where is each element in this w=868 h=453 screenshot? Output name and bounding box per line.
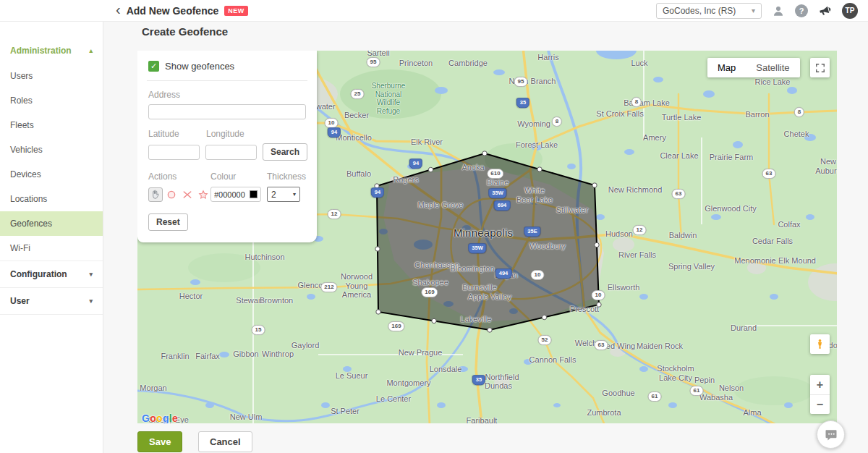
latitude-input[interactable]: [148, 145, 200, 160]
user-avatar[interactable]: TP: [842, 3, 858, 19]
help-icon[interactable]: ?: [795, 4, 808, 17]
megaphone-icon[interactable]: [817, 2, 833, 19]
road-shield: 52: [538, 335, 552, 345]
polygon-tool[interactable]: [180, 187, 195, 202]
page-title: Create Geofence: [142, 25, 228, 38]
sidebar-section-configuration[interactable]: Configuration▾: [0, 261, 103, 287]
road-shield: 35E: [524, 226, 540, 237]
sidebar-item-locations[interactable]: Locations: [0, 187, 103, 211]
road-shield: 95: [514, 77, 528, 87]
road-shield: 25: [351, 89, 365, 99]
longitude-label: Longitude: [206, 129, 264, 139]
sidebar-item-geofences[interactable]: Geofences: [0, 211, 103, 236]
map-type-control: Map Satellite: [707, 58, 800, 77]
chevron-down-icon: ▾: [293, 191, 296, 198]
pegman-icon: [814, 339, 825, 350]
road-shield: 35: [472, 375, 485, 385]
circle-icon: [166, 189, 177, 200]
road-shield: 63: [672, 189, 686, 199]
sidebar-section-user[interactable]: User▾: [0, 287, 103, 315]
road-shield: 63: [595, 340, 608, 350]
zoom-in-button[interactable]: +: [810, 375, 830, 394]
sidebar: Administration▴UsersRolesFleetsVehiclesD…: [0, 22, 103, 453]
road-shield: 12: [633, 225, 647, 235]
person-icon[interactable]: [772, 4, 785, 17]
new-badge: NEW: [224, 6, 248, 16]
fullscreen-button[interactable]: [810, 58, 830, 77]
road-shield: 212: [320, 282, 337, 292]
map-type-satellite-button[interactable]: Satellite: [746, 58, 799, 77]
zoom-out-button[interactable]: −: [810, 394, 830, 414]
road-shield: 10: [592, 290, 605, 300]
google-logo: Google: [142, 412, 178, 423]
circle-tool[interactable]: [164, 187, 179, 202]
show-geofences-label: Show geofences: [165, 61, 234, 72]
road-shield: 8: [631, 97, 642, 107]
reset-button[interactable]: Reset: [148, 213, 188, 231]
star-tool[interactable]: [196, 187, 210, 202]
chevron-down-icon: ▾: [752, 7, 755, 14]
sidebar-section-label: User: [10, 296, 30, 306]
road-shield: 10: [531, 270, 545, 280]
chevron-down-icon: ▾: [89, 271, 93, 278]
colour-input[interactable]: [214, 190, 247, 199]
sidebar-item-users[interactable]: Users: [0, 64, 103, 88]
colour-swatch[interactable]: [250, 190, 258, 198]
search-button[interactable]: Search: [263, 143, 307, 161]
road-shield: 8: [552, 117, 562, 127]
thickness-select[interactable]: 2 ▾: [267, 187, 300, 202]
longitude-input[interactable]: [205, 145, 257, 160]
road-shield: 35W: [468, 243, 486, 253]
star-icon: [197, 189, 209, 200]
thickness-value: 2: [271, 190, 276, 200]
account-selector[interactable]: GoCodes, Inc (RS) ▾: [656, 3, 762, 19]
main-content: Create Geofence: [103, 22, 868, 453]
map-canvas[interactable]: SartellPrincetonCambridgeHarrisLuckRice …: [137, 51, 837, 423]
chat-bubble-icon: [824, 428, 838, 442]
road-shield: 63: [762, 169, 776, 179]
road-shield: 12: [328, 209, 341, 219]
cancel-button[interactable]: Cancel: [198, 431, 252, 452]
geofence-panel: ✓ Show geofences Address Latitude Longit…: [137, 51, 317, 242]
road-shield: 694: [494, 200, 511, 211]
sidebar-section-label: Configuration: [10, 269, 67, 279]
road-shield: 94: [328, 127, 341, 137]
top-bar: ‹ Add New Geofence NEW GoCodes, Inc (RS)…: [0, 0, 868, 22]
sidebar-item-roles[interactable]: Roles: [0, 88, 103, 113]
road-shield: 610: [487, 169, 503, 179]
sidebar-item-fleets[interactable]: Fleets: [0, 113, 103, 137]
road-shield: 494: [495, 268, 512, 279]
hand-icon: [150, 189, 161, 200]
road-shield: 61: [648, 391, 662, 402]
pan-hand-tool[interactable]: [148, 187, 163, 202]
account-selector-value: GoCodes, Inc (RS): [663, 6, 736, 16]
road-shield: 10: [325, 118, 339, 128]
road-shield: 94: [371, 187, 384, 198]
road-shield: 169: [388, 321, 404, 331]
fullscreen-icon: [815, 63, 825, 73]
road-shield: 8: [794, 107, 804, 117]
back-icon[interactable]: ‹: [116, 2, 121, 17]
latitude-label: Latitude: [148, 129, 206, 139]
road-shield: 61: [690, 386, 704, 396]
zoom-control: + −: [810, 375, 830, 414]
sidebar-item-vehicles[interactable]: Vehicles: [0, 137, 103, 162]
chevron-down-icon: ▾: [89, 297, 93, 305]
show-geofences-checkbox[interactable]: ✓: [148, 61, 159, 72]
sidebar-item-wi-fi[interactable]: Wi-Fi: [0, 236, 103, 261]
thickness-label: Thickness: [267, 172, 306, 182]
chat-button[interactable]: [817, 420, 845, 449]
check-icon: ✓: [150, 62, 157, 71]
page-header-title: Add New Geofence: [127, 5, 219, 17]
road-shield: 169: [421, 287, 438, 297]
save-button[interactable]: Save: [137, 431, 182, 452]
sidebar-section-label: Administration: [10, 46, 72, 56]
road-shield: 35W: [488, 188, 506, 198]
actions-label: Actions: [148, 172, 210, 182]
street-view-pegman[interactable]: [810, 334, 830, 354]
sidebar-section-administration[interactable]: Administration▴: [0, 38, 103, 64]
sidebar-item-devices[interactable]: Devices: [0, 162, 103, 187]
road-shield: 15: [252, 325, 265, 335]
address-input[interactable]: [148, 104, 306, 119]
map-type-map-button[interactable]: Map: [707, 58, 746, 77]
